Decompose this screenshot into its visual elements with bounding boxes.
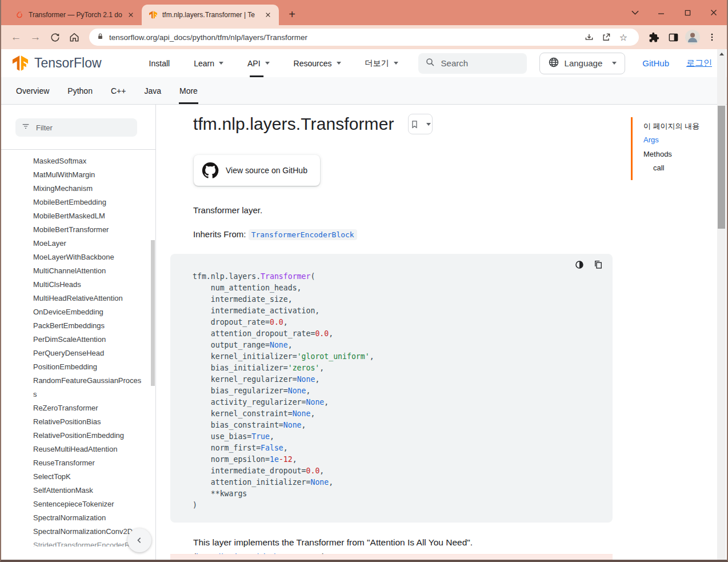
reload-button[interactable]: [46, 28, 64, 46]
extensions-icon[interactable]: [645, 28, 663, 46]
sidebar-item[interactable]: MultiClsHeads: [33, 278, 144, 292]
code-line: kernel_regularizer=None,: [193, 374, 601, 385]
code-line: bias_initializer='zeros',: [193, 362, 601, 374]
sidebar-item[interactable]: SentencepieceTokenizer: [33, 497, 144, 511]
language-button[interactable]: Language: [539, 53, 626, 74]
sidebar-item[interactable]: ReuseMultiHeadAttention: [33, 443, 144, 456]
tab-tensorflow[interactable]: tfm.nlp.layers.Transformer | Te: [142, 5, 279, 25]
sidebar-item[interactable]: SpectralNormalization: [33, 511, 144, 525]
sidebar-item[interactable]: ReZeroTransformer: [33, 401, 144, 415]
sidebar-item[interactable]: MatMulWithMargin: [33, 168, 144, 182]
filter-box[interactable]: [15, 118, 137, 137]
subnav-item[interactable]: C++: [102, 77, 135, 104]
search-input[interactable]: [441, 58, 515, 68]
code-line: intermediate_size,: [193, 294, 601, 305]
scrollbar-thumb[interactable]: [718, 106, 725, 229]
sidebar-item[interactable]: MobileBertMaskedLM: [33, 209, 144, 223]
sidebar-item[interactable]: MobileBertEmbedding: [33, 196, 144, 209]
main-content: tfm.nlp.layers.Transformer View source o…: [156, 105, 631, 562]
chevron-down-icon: [394, 62, 398, 65]
toc-item[interactable]: Args: [643, 133, 727, 148]
warning-callout-edge: [170, 554, 613, 562]
sidebar-item[interactable]: MoeLayerWithBackbone: [33, 250, 144, 264]
tensorflow-logo[interactable]: TensorFlow: [11, 54, 102, 72]
back-button[interactable]: ←: [7, 28, 25, 46]
bookmark-star-icon[interactable]: ☆: [615, 30, 632, 45]
sidebar-item[interactable]: PositionEmbedding: [33, 360, 144, 374]
filter-input[interactable]: [36, 123, 127, 132]
github-link[interactable]: GitHub: [642, 58, 669, 68]
window-maximize-button[interactable]: [674, 0, 701, 25]
inherits-link[interactable]: TransformerEncoderBlock: [249, 229, 357, 240]
install-download-icon[interactable]: [581, 30, 598, 45]
header-nav-item[interactable]: 더보기: [353, 49, 410, 77]
sidebar-item[interactable]: MultiChannelAttention: [33, 264, 144, 278]
tab-strip: Transformer — PyTorch 2.1 doc tfm.nlp.la…: [1, 0, 727, 25]
sidebar-item[interactable]: MultiHeadRelativeAttention: [33, 292, 144, 305]
toc-item[interactable]: call: [643, 161, 727, 176]
subnav: OverviewPythonC++JavaMore: [1, 77, 727, 105]
sidebar-item[interactable]: MobileBertTransformer: [33, 223, 144, 237]
share-icon[interactable]: [598, 30, 615, 45]
subnav-item[interactable]: Python: [58, 77, 102, 104]
sidebar-item[interactable]: MaskedSoftmax: [33, 154, 144, 168]
home-button[interactable]: [65, 28, 83, 46]
toc-item[interactable]: Methods: [643, 148, 727, 162]
sidebar-item[interactable]: PackBertEmbeddings: [33, 319, 144, 333]
code-block: tfm.nlp.layers.Transformer( num_attentio…: [170, 254, 613, 523]
sidebar-item[interactable]: PerQueryDenseHead: [33, 346, 144, 360]
side-panel-icon[interactable]: [664, 28, 682, 46]
header-nav-item[interactable]: Resources: [282, 49, 353, 77]
profile-avatar[interactable]: [683, 28, 702, 46]
nav-label: Install: [149, 59, 170, 68]
sidebar-collapse-button[interactable]: [127, 528, 151, 552]
copy-icon[interactable]: [593, 259, 604, 270]
header-nav-item[interactable]: Learn: [182, 49, 235, 77]
header-nav: InstallLearnAPIResources더보기: [137, 49, 410, 77]
sidebar-item[interactable]: RelativePositionBias: [33, 415, 144, 429]
view-source-github-button[interactable]: View source on GitHub: [194, 155, 320, 186]
tab-search-chevron-icon[interactable]: [622, 0, 648, 25]
address-bar[interactable]: tensorflow.org/api_docs/python/tfm/nlp/l…: [89, 29, 639, 46]
header-nav-item[interactable]: API: [235, 49, 282, 77]
sidebar-item[interactable]: RandomFeatureGaussianProcess: [33, 374, 144, 401]
language-label: Language: [565, 58, 603, 68]
bookmark-button[interactable]: [408, 114, 433, 134]
code-line: attention_dropout_rate=0.0,: [193, 328, 601, 340]
url-text: tensorflow.org/api_docs/python/tfm/nlp/l…: [109, 33, 581, 42]
sidebar-item[interactable]: ReuseTransformer: [33, 456, 144, 470]
close-icon[interactable]: [126, 10, 136, 20]
code-theme-toggle-icon[interactable]: [574, 259, 585, 270]
login-link[interactable]: 로그인: [686, 58, 712, 69]
menu-dots-icon[interactable]: [703, 28, 721, 46]
code-line: **kwargs: [193, 488, 601, 500]
sidebar-scrollbar-thumb[interactable]: [151, 240, 155, 386]
sidebar-item[interactable]: OnDeviceEmbedding: [33, 305, 144, 319]
sidebar-item[interactable]: SelectTopK: [33, 470, 144, 484]
inherits-line: Inherits From: TransformerEncoderBlock: [193, 229, 619, 239]
window-minimize-button[interactable]: [648, 0, 674, 25]
new-tab-button[interactable]: +: [283, 6, 301, 23]
page-scrollbar[interactable]: [717, 49, 726, 560]
code-line: dropout_rate=0.0,: [193, 317, 601, 328]
header-nav-item[interactable]: Install: [137, 49, 182, 77]
forward-button[interactable]: →: [26, 28, 45, 46]
code-line: kernel_initializer='glorot_uniform',: [193, 351, 601, 362]
sidebar-item[interactable]: MixingMechanism: [33, 182, 144, 196]
tab-pytorch[interactable]: Transformer — PyTorch 2.1 doc: [8, 5, 142, 25]
github-button-label: View source on GitHub: [226, 166, 307, 175]
subnav-item[interactable]: Overview: [7, 77, 58, 104]
sidebar-item[interactable]: RelativePositionEmbedding: [33, 429, 144, 443]
sidebar-item[interactable]: SelfAttentionMask: [33, 484, 144, 497]
search-box[interactable]: [418, 53, 527, 74]
sidebar-item[interactable]: PerDimScaleAttention: [33, 333, 144, 346]
tensorflow-logo-icon: [11, 54, 29, 72]
close-icon[interactable]: [263, 10, 273, 20]
window-close-button[interactable]: [701, 0, 727, 25]
code-line: norm_first=False,: [193, 443, 601, 454]
sidebar-item[interactable]: MoeLayer: [33, 237, 144, 250]
subnav-item[interactable]: Java: [135, 77, 170, 104]
scrollbar-up-arrow-icon[interactable]: [717, 49, 726, 58]
code-line: norm_epsilon=1e-12,: [193, 454, 601, 465]
subnav-item[interactable]: More: [170, 77, 207, 104]
